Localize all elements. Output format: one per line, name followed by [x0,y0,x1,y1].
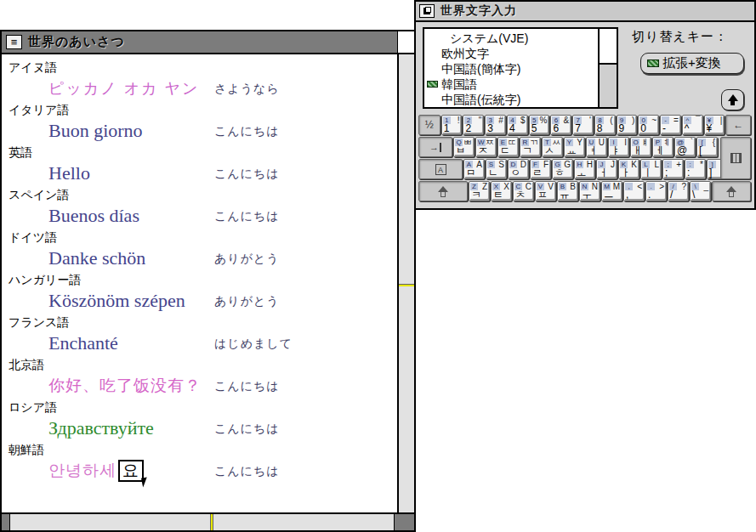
key-5[interactable]: 5%5 [529,115,550,135]
key-;[interactable]: ;+; [662,159,684,179]
translation-text: こんにちは [214,417,280,439]
key-\[interactable]: \_\ [690,181,711,201]
green-indicator-icon [647,59,659,67]
half-key[interactable]: ½ [418,115,441,135]
key-^[interactable]: ^¯^ [682,115,703,135]
titlebar[interactable]: ≡ 世界のあいさつ [2,31,414,54]
greeting-text: Hello [48,162,90,184]
key-[[interactable]: [{[ [696,137,718,157]
language-label: ドイツ語 [2,227,397,247]
key-ㅌ[interactable]: XXㅌ [491,181,512,201]
key-ㅊ[interactable]: CCㅊ [513,181,534,201]
key-ㅡ[interactable]: MMㅡ [601,181,622,201]
key-9[interactable]: 9)9 [617,115,638,135]
key-ㅈ[interactable]: Wㅉㅈ [475,137,497,157]
titlebar[interactable]: 世界文字入力 [416,2,754,22]
list-item-language[interactable]: システム(VJE) [424,31,598,46]
key-0[interactable]: 0~0 [638,115,659,135]
hscroll-left-cap[interactable] [2,514,10,530]
titlebar-bar[interactable]: ≡ 世界のあいさつ [2,31,397,53]
key-:[interactable]: :*: [685,159,706,179]
language-listbox[interactable]: システム(VJE)欧州文字中国語(簡体字)韓国語中国語(伝統字) [423,27,600,109]
key-main-char: @ [677,145,687,156]
switch-key-button[interactable]: 拡張+変換 [640,53,744,74]
key-ㅎ[interactable]: GGㅎ [552,159,573,179]
tab-key[interactable]: → [418,137,452,157]
key-shift-char: _ [703,182,708,191]
key-main-char: 1 [444,123,450,133]
key-ㅛ[interactable]: YYㅛ [564,137,585,157]
list-item-language[interactable]: 中国語(簡体字) [424,61,598,76]
key-ㅏ[interactable]: KKㅏ [618,159,639,179]
language-label: ハンガリー語 [2,269,397,290]
key-shift-char: L [654,160,659,169]
key-1[interactable]: 1!1 [441,115,463,135]
key-ㅋ[interactable]: ZZㅋ [469,181,490,201]
key-ㅅ[interactable]: Tㅆㅅ [542,137,563,157]
key-4[interactable]: 4$4 [507,115,528,135]
return-key[interactable] [720,137,751,179]
horizontal-scroll-marker[interactable] [210,514,213,530]
caps-key[interactable]: A [418,159,463,179]
key-7[interactable]: 7'7 [572,115,594,135]
key--[interactable]: -=- [660,115,681,135]
shift-key[interactable] [418,181,468,201]
key-shift-char: U [599,138,605,147]
listbox-scrollbar[interactable] [600,27,618,109]
list-item-language[interactable]: 中国語(伝統字) [424,92,598,107]
switch-key-button-label: 拡張+変換 [662,55,721,71]
key-shift-char: S [498,160,504,169]
key-ㅔ[interactable]: Pㅖㅔ [652,137,674,157]
horizontal-scrollbar[interactable] [10,514,394,530]
translation-text: こんにちは [214,162,280,184]
key-shift-char: = [674,116,679,125]
key-ㅓ[interactable]: JJㅓ [596,159,617,179]
key-ㄴ[interactable]: SSㄴ [486,159,507,179]
key-ㄷ[interactable]: Eㄸㄷ [497,137,519,157]
key-ㄱ[interactable]: Rㄲㄱ [520,137,541,157]
shift-key[interactable] [712,181,751,201]
key-ㅕ[interactable]: UUㅕ [586,137,607,157]
key-main-char: ㅌ [493,190,503,200]
key-,[interactable]: ,<, [623,181,645,201]
key-ㅐ[interactable]: Oㅒㅐ [630,137,651,157]
hscroll-right-cap[interactable] [394,514,414,530]
list-item-selected[interactable]: 韓国語 [424,76,598,92]
key-ㅂ[interactable]: Qㅃㅂ [453,137,475,157]
vertical-scroll-marker[interactable] [399,284,414,286]
composition-cursor-box[interactable]: 요 [118,460,144,482]
key-.[interactable]: .>. [645,181,667,201]
key-3[interactable]: 3#3 [485,115,506,135]
vertical-scrollbar[interactable] [397,54,414,512]
key-shift-char: H [587,160,593,169]
key-ㅗ[interactable]: HHㅗ [574,159,595,179]
list-item-label: 欧州文字 [441,47,489,60]
key-¥[interactable]: ¥|¥ [704,115,725,135]
key-ㅠ[interactable]: BBㅠ [557,181,578,201]
key-ㅣ[interactable]: LLㅣ [640,159,662,179]
translation-text: こんにちは [214,120,280,142]
rollup-button[interactable] [721,89,744,110]
greeting-entry: ハンガリー語Köszönöm szépenありがとう [2,269,397,312]
key-main-char: ㅈ [478,145,488,156]
key-8[interactable]: 8(8 [594,115,616,135]
key-ㅁ[interactable]: AAㅁ [463,159,485,179]
window-cascade-icon[interactable] [419,4,435,18]
backspace-key[interactable]: ← [725,115,751,135]
key-ㄹ[interactable]: FFㄹ [530,159,551,179]
key-ㅜ[interactable]: NNㅜ [579,181,600,201]
greeting-entry: 英語Helloこんにちは [2,142,397,184]
key-ㅇ[interactable]: DDㅇ [508,159,529,179]
key-ㅍ[interactable]: VVㅍ [535,181,556,201]
key-2[interactable]: 2"2 [463,115,484,135]
list-item-language[interactable]: 欧州文字 [424,46,598,61]
key-main-char: . [648,190,651,200]
key-main-char: 3 [487,123,493,133]
key-ㅑ[interactable]: IIㅑ [608,137,629,157]
key-/[interactable]: /?/ [668,181,689,201]
listbox-scroll-thumb[interactable] [600,29,617,65]
key-6[interactable]: 6&6 [550,115,571,135]
window-menu-icon[interactable]: ≡ [6,35,22,49]
key-shift-char: # [498,116,503,125]
key-@[interactable]: @`@ [674,137,696,157]
